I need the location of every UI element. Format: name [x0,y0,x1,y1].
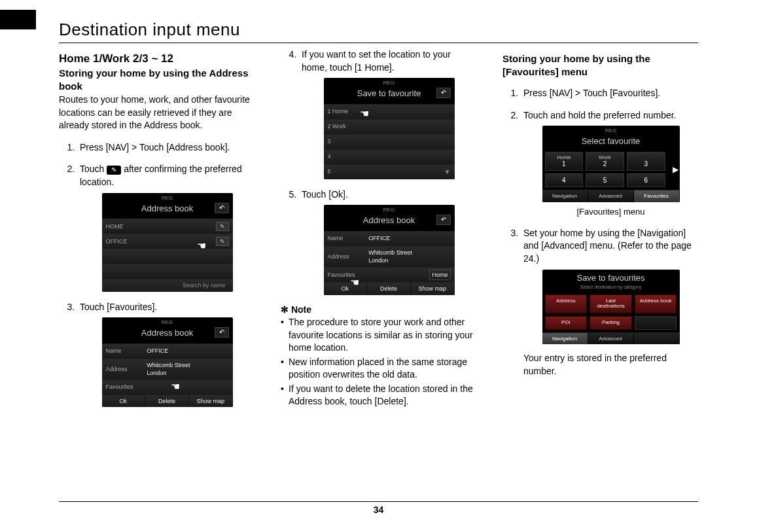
favourites-value: Home [429,270,450,281]
screenshot-address-book-detail: REG Address book ↶ NameOFFICE AddressWhi… [102,317,233,407]
step-2-pre: Touch [80,164,107,174]
chevron-right-icon: ▶ [673,164,678,175]
note-1: The procedure to store your work and oth… [281,316,476,355]
screenshot-title: Select favourite [582,136,641,146]
cell-1: 1 [547,160,582,168]
row-home: HOME [106,222,216,231]
side-tab [0,10,36,29]
name-value: OFFICE [368,234,450,243]
address-value: Whitcomb Street London [147,361,228,378]
screenshot-address-book-list: REG Address book ↶ HOME✎ OFFICE✎ Search … [102,193,233,292]
steps-col1: Press [NAV] > Touch [Address book]. Touc… [59,141,255,408]
page-number: 34 [59,501,698,515]
showmap-button: Show map [189,395,233,408]
screenshot-title: Save to favourites [576,273,644,283]
pencil-icon: ✎ [216,222,229,231]
step-3-text: Touch [Favourites]. [80,302,157,312]
screenshot-save-to-favourites: Save to favourites Select destination by… [542,270,680,345]
steps-col2: If you want to set the location to your … [281,48,476,295]
step-2: Touch ✎ after confirming the preferred l… [77,163,255,291]
cell-4: 4 [547,177,582,184]
back-icon: ↶ [215,203,229,213]
step-c3-2-text: Touch and hold the preferred number. [523,110,677,120]
ok-button: Ok [102,395,146,408]
step-5: Touch [Ok]. REG Address book ↶ NameOFFIC… [299,188,476,295]
note-3: If you want to delete the location store… [281,383,476,408]
fav-row-5: 5 [328,168,444,176]
cell-5: 5 [588,177,622,184]
fav-row-2: 2 Work [328,122,451,131]
heading-home-work: Home 1/Work 2/3 ~ 12 [59,52,255,65]
reg-label: REG [102,193,233,202]
step-1: Press [NAV] > Touch [Address book]. [77,141,255,154]
note-list: The procedure to store your work and oth… [281,316,476,408]
fav-row-4: 4 [328,152,451,161]
screenshot-title: Address book [141,204,194,213]
back-icon: ↶ [215,327,229,338]
address-label: Address [328,253,369,261]
reg-label: REG [324,205,455,213]
column-1: Home 1/Work 2/3 ~ 12 Storing your home b… [59,48,255,416]
column-3: Storing your home by using the [Favourit… [502,48,698,416]
pencil-icon: ✎ [216,237,229,246]
name-label: Name [106,347,147,355]
tab-favourites [634,333,680,344]
fav-row-3: 3 [328,137,451,146]
step-c3-3-text: Set your home by using the [Navigation] … [523,228,692,264]
tab-navigation: Navigation [542,333,588,344]
screenshot-title: Save to favourite [357,88,421,98]
step-4: If you want to set the location to your … [299,48,476,179]
name-value: OFFICE [147,347,228,355]
back-icon: ↶ [436,215,451,225]
step-c3-3: Set your home by using the [Navigation] … [521,227,698,378]
cat-empty [635,316,677,330]
reg-label: REG [542,126,680,134]
screenshot-select-favourite: REG Select favourite Home1 Work2 3 4 5 6 [542,126,680,202]
screenshot-title: Address book [363,215,415,225]
cell-2: 2 [588,160,622,168]
favourites-label: Favourites [106,383,147,391]
subheading-favourites-menu: Storing your home by using the [Favourit… [502,52,698,78]
intro-text: Routes to your home, work, and other fav… [59,94,255,132]
tab-advanced: Advanced [588,333,634,344]
cat-parking: Parking [590,316,632,330]
cell-6: 6 [629,177,663,184]
showmap-button: Show map [411,283,455,295]
pencil-icon: ✎ [107,166,121,175]
step-c3-2: Touch and hold the preferred number. REG… [521,109,698,218]
tab-advanced: Advanced [588,190,634,202]
ok-button: Ok [324,283,368,295]
reg-label: REG [102,317,233,326]
address-label: Address [106,365,147,374]
page-title: Destination input menu [59,20,698,43]
tab-navigation: Navigation [542,190,588,202]
step-3: Touch [Favourites]. REG Address book ↶ N… [77,301,255,408]
name-label: Name [328,234,369,243]
subheading-address-book: Storing your home by using the Address b… [59,67,255,92]
screenshot-address-book-ok: REG Address book ↶ NameOFFICE AddressWhi… [324,205,455,295]
screenshot-subtitle: Select destination by category [542,284,680,292]
row-office: OFFICE [106,238,216,246]
note-heading: ✻ Note [281,304,476,315]
back-icon: ↶ [436,88,451,98]
cat-address-book: Address book [635,294,677,314]
cell-3: 3 [629,160,663,168]
column-2: If you want to set the location to your … [281,48,476,416]
step-c3-1: Press [NAV] > Touch [Favourites]. [521,87,698,100]
screenshot-save-favourite: REG Save to favourite ↶ 1 Home 2 Work 3 … [324,78,455,179]
final-text: Your entry is stored in the preferred nu… [523,352,698,378]
reg-label: REG [324,78,455,86]
delete-button: Delete [367,283,411,295]
fav-row-1: 1 Home [328,107,451,116]
steps-col3: Press [NAV] > Touch [Favourites]. Touch … [502,87,698,378]
tab-favourites: Favourites [634,190,680,202]
cell-work-label: Work [588,155,622,161]
caption-favourites-menu: [Favourites] menu [523,206,698,218]
delete-button: Delete [145,395,189,408]
step-4-text: If you want to set the location to your … [302,49,451,73]
screenshot-title: Address book [141,328,194,338]
favourite-grid: Home1 Work2 3 4 5 6 ▶ [542,149,680,190]
search-by-name: Search by name [102,279,233,292]
cat-last-destinations: Last destinations [590,294,632,314]
category-grid: Address Last destinations Address book P… [542,292,680,332]
